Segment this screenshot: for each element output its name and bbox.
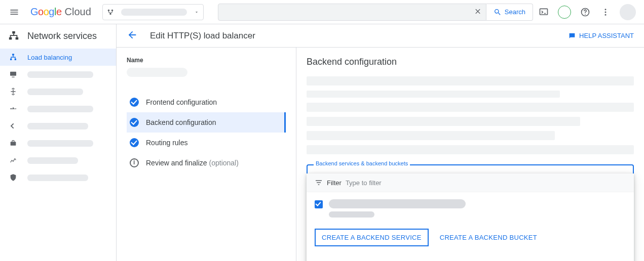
tool-icon xyxy=(8,122,18,130)
svg-rect-12 xyxy=(10,59,12,60)
info-icon xyxy=(130,158,139,167)
checkbox-checked-icon[interactable] xyxy=(315,200,323,208)
sidebar-item[interactable] xyxy=(0,169,116,186)
field-label: Backend services & backend buckets xyxy=(314,160,410,166)
ok-button[interactable]: OK xyxy=(608,255,622,261)
project-name-placeholder xyxy=(121,9,187,16)
backend-config-panel: Backend configuration Backend services &… xyxy=(296,48,644,261)
step-backend[interactable]: Backend configuration xyxy=(127,112,286,133)
placeholder-line xyxy=(307,91,560,98)
section-title: Backend configuration xyxy=(307,57,634,67)
placeholder-line xyxy=(307,76,634,85)
status-indicator-icon[interactable] xyxy=(558,6,571,19)
google-cloud-logo[interactable]: Google Cloud xyxy=(24,6,97,18)
chart-icon xyxy=(8,156,18,164)
name-value-placeholder xyxy=(127,68,187,77)
sidebar-item[interactable] xyxy=(0,117,116,135)
placeholder-line xyxy=(307,117,580,126)
option-name-placeholder xyxy=(329,199,466,208)
top-header: Google Cloud Search xyxy=(0,0,644,24)
menu-icon[interactable] xyxy=(4,7,24,17)
sidebar-title: Network services xyxy=(0,24,116,48)
svg-point-5 xyxy=(605,9,607,10)
check-icon xyxy=(130,98,139,107)
briefcase-icon xyxy=(8,139,18,147)
account-avatar[interactable] xyxy=(620,4,636,20)
sidebar-item-load-balancing[interactable]: Load balancing xyxy=(0,49,116,66)
shield-icon xyxy=(8,173,18,182)
placeholder-line xyxy=(307,131,555,140)
chat-icon xyxy=(568,32,576,40)
sidebar-item[interactable] xyxy=(0,83,116,100)
arrows-icon xyxy=(8,88,18,96)
filter-row[interactable]: Filter Type to filter xyxy=(307,173,634,192)
filter-input[interactable]: Type to filter xyxy=(346,179,382,187)
monitor-icon xyxy=(8,70,18,78)
svg-rect-15 xyxy=(11,142,16,145)
create-backend-service-button[interactable]: CREATE A BACKEND SERVICE xyxy=(315,229,429,246)
sidebar-item-label: Load balancing xyxy=(27,54,72,61)
page-header: Edit HTTP(S) load balancer HELP ASSISTAN… xyxy=(117,24,644,48)
svg-rect-9 xyxy=(9,37,12,40)
sidebar-item[interactable] xyxy=(0,135,116,152)
backend-select-popover: Filter Type to filter CREATE A BACKEND S… xyxy=(307,173,634,261)
check-icon xyxy=(130,138,139,147)
create-backend-bucket-button[interactable]: CREATE A BACKEND BUCKET xyxy=(438,230,539,245)
svg-point-1 xyxy=(111,9,113,11)
page-title: Edit HTTP(S) load balancer xyxy=(150,31,255,41)
load-balancing-icon xyxy=(8,53,18,61)
placeholder-line xyxy=(307,145,634,154)
svg-point-6 xyxy=(605,11,607,13)
search-input[interactable] xyxy=(218,4,486,21)
search-button[interactable]: Search xyxy=(486,4,533,21)
more-icon[interactable] xyxy=(599,6,612,18)
cloud-shell-icon[interactable] xyxy=(538,6,550,18)
steps-column: Name Frontend configuration Backend conf… xyxy=(117,48,296,261)
search-icon xyxy=(494,8,502,16)
step-frontend[interactable]: Frontend configuration xyxy=(127,92,286,112)
sidebar: Network services Load balancing xyxy=(0,24,117,261)
svg-rect-13 xyxy=(15,59,16,60)
sidebar-item[interactable] xyxy=(0,152,116,169)
backend-option-row[interactable] xyxy=(307,192,634,220)
project-picker[interactable] xyxy=(102,4,204,20)
option-subtext-placeholder xyxy=(329,211,374,218)
svg-point-0 xyxy=(108,9,110,11)
svg-point-7 xyxy=(605,14,607,15)
placeholder-line xyxy=(307,103,634,112)
step-review[interactable]: Review and finalize (optional) xyxy=(127,153,286,173)
route-icon xyxy=(8,105,18,113)
svg-rect-14 xyxy=(10,72,16,76)
check-icon xyxy=(130,118,139,127)
filter-icon xyxy=(315,179,323,187)
svg-rect-10 xyxy=(16,37,18,40)
back-arrow-icon[interactable] xyxy=(127,29,138,42)
project-icon xyxy=(107,9,114,16)
clear-search-icon[interactable] xyxy=(474,7,482,17)
help-assistant-button[interactable]: HELP ASSISTANT xyxy=(568,32,634,40)
name-label: Name xyxy=(127,57,286,64)
svg-rect-11 xyxy=(12,54,14,55)
step-routing[interactable]: Routing rules xyxy=(127,133,286,153)
help-icon[interactable] xyxy=(579,6,591,18)
sidebar-item[interactable] xyxy=(0,100,116,117)
svg-rect-8 xyxy=(12,31,15,34)
network-services-icon xyxy=(8,30,19,41)
chevron-down-icon xyxy=(194,10,199,15)
sidebar-item[interactable] xyxy=(0,66,116,83)
cancel-button[interactable]: CANCEL xyxy=(564,255,596,261)
svg-rect-3 xyxy=(540,9,548,15)
